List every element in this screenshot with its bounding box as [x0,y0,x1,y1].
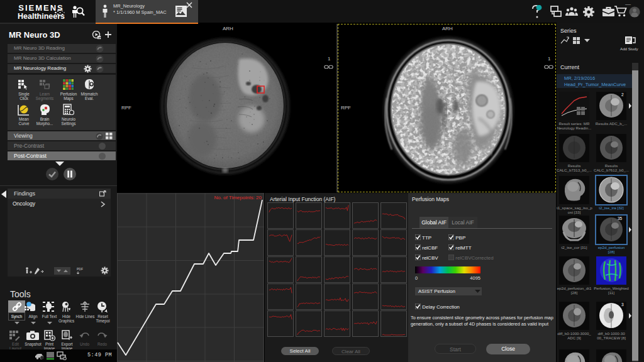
svg-text:No. of Timepoints: 20: No. of Timepoints: 20 [214,195,262,200]
svg-text:PDF: PDF [77,267,83,271]
